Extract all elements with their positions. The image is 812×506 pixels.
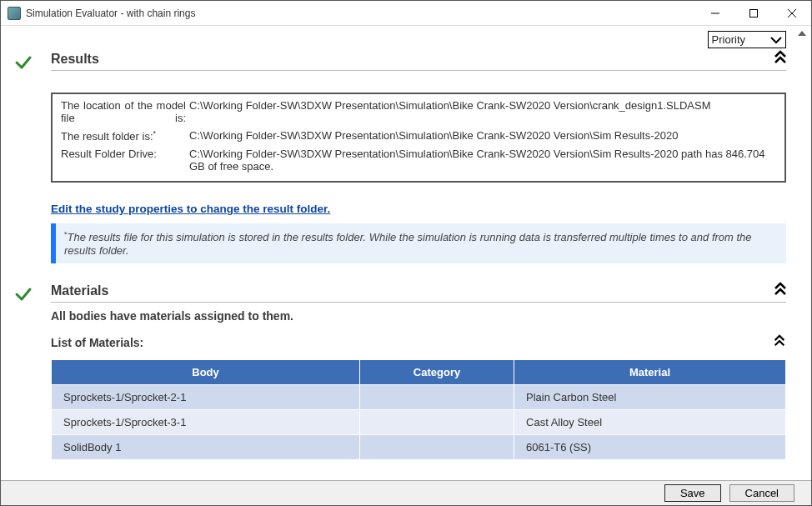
results-info-box: The location of the model file is: C:\Wo… xyxy=(51,93,786,183)
close-button[interactable] xyxy=(773,1,811,26)
materials-table: Body Category Material Sprockets-1/Sproc… xyxy=(51,359,786,460)
window-title: Simulation Evaluator - with chain rings xyxy=(26,8,696,19)
table-row: SolidBody 1 6061-T6 (SS) xyxy=(52,434,786,459)
drive-value: C:\Working Folder-SW\3DXW Presentation\S… xyxy=(186,148,776,173)
cell-material: Cast Alloy Steel xyxy=(514,409,786,434)
collapse-results-button[interactable] xyxy=(773,50,788,69)
cell-material: 6061-T6 (SS) xyxy=(514,434,786,459)
chevron-down-icon xyxy=(770,36,782,44)
materials-list-header: List of Materials: xyxy=(51,336,143,349)
col-material: Material xyxy=(514,359,786,384)
section-rule xyxy=(51,302,786,303)
cell-category xyxy=(360,384,514,409)
window-controls xyxy=(696,1,811,26)
cell-body: SolidBody 1 xyxy=(52,434,360,459)
check-icon xyxy=(14,285,51,303)
cancel-button[interactable]: Cancel xyxy=(729,484,794,502)
cell-category xyxy=(360,409,514,434)
col-category: Category xyxy=(360,359,514,384)
app-icon xyxy=(8,7,21,20)
edit-study-link[interactable]: Edit the study properties to change the … xyxy=(51,203,330,215)
maximize-button[interactable] xyxy=(734,1,773,26)
materials-heading: Materials xyxy=(51,283,786,298)
svg-marker-4 xyxy=(798,31,806,36)
col-body: Body xyxy=(52,359,360,384)
footer: Save Cancel xyxy=(1,480,811,505)
minimize-button[interactable] xyxy=(696,1,734,26)
collapse-materials-button[interactable] xyxy=(773,282,788,301)
titlebar: Simulation Evaluator - with chain rings xyxy=(1,1,811,26)
app-window: Simulation Evaluator - with chain rings … xyxy=(0,0,812,506)
section-rule xyxy=(51,70,786,71)
cell-body: Sprockets-1/Sprocket-2-1 xyxy=(52,384,360,409)
materials-status: All bodies have materials assigned to th… xyxy=(51,309,786,323)
check-icon xyxy=(14,53,51,72)
priority-label: Priority xyxy=(712,33,745,46)
results-note: *The results file for this simulation is… xyxy=(51,223,786,263)
cell-category xyxy=(360,434,514,459)
results-section: Results The location of the model file i… xyxy=(14,52,786,263)
result-folder-value: C:\Working Folder-SW\3DXW Presentation\S… xyxy=(186,129,776,143)
materials-section: Materials All bodies have materials assi… xyxy=(14,283,786,460)
cell-body: Sprockets-1/Sprocket-3-1 xyxy=(52,409,360,434)
results-heading: Results xyxy=(51,52,786,67)
save-button[interactable]: Save xyxy=(664,484,721,502)
drive-label: Result Folder Drive: xyxy=(61,148,186,173)
minimize-icon xyxy=(711,9,719,18)
priority-dropdown[interactable]: Priority xyxy=(708,31,786,48)
model-file-value: C:\Working Folder-SW\3DXW Presentation\S… xyxy=(186,99,776,124)
table-row: Sprockets-1/Sprocket-2-1 Plain Carbon St… xyxy=(52,384,786,409)
result-folder-label: The result folder is:* xyxy=(61,129,186,143)
model-file-label: The location of the model file is: xyxy=(61,99,186,124)
table-header-row: Body Category Material xyxy=(52,359,786,384)
cell-material: Plain Carbon Steel xyxy=(514,384,786,409)
scroll-up-arrow[interactable] xyxy=(797,28,807,38)
content-area: Results The location of the model file i… xyxy=(1,48,811,480)
close-icon xyxy=(788,9,796,18)
svg-rect-1 xyxy=(750,9,758,17)
collapse-list-button[interactable] xyxy=(773,334,786,351)
table-row: Sprockets-1/Sprocket-3-1 Cast Alloy Stee… xyxy=(52,409,786,434)
toolbar: Priority xyxy=(1,26,811,48)
maximize-icon xyxy=(749,9,758,18)
